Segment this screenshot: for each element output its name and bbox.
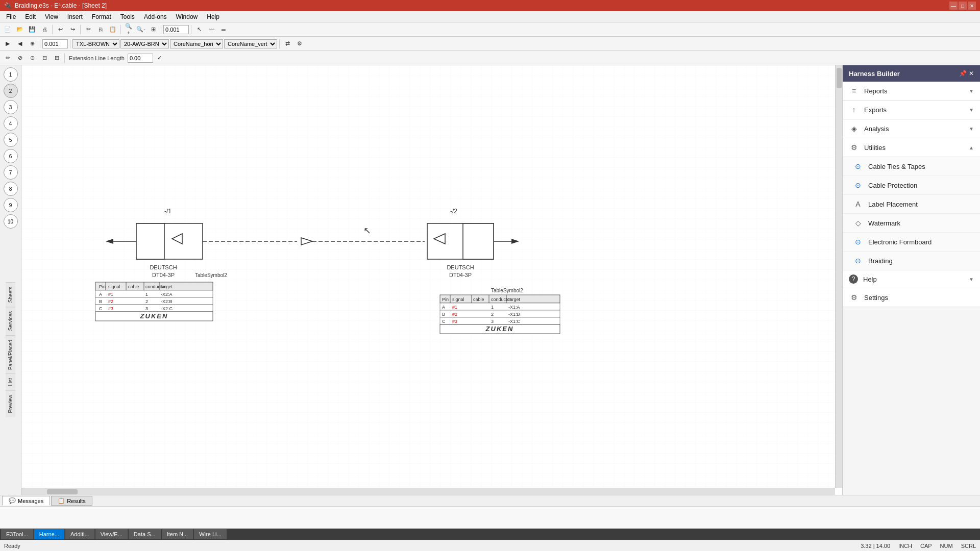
panel-electronic-formboard[interactable]: ⊙ Electronic Formboard (843, 233, 980, 252)
tb3-btn2[interactable]: ⊘ (14, 53, 26, 64)
app-tab-e3tool[interactable]: E3Tool... (1, 529, 34, 539)
tb2-btn2[interactable]: ◀ (14, 38, 26, 49)
conn1-b-signal: #2 (108, 299, 113, 304)
sheet-9[interactable]: 9 (4, 198, 18, 212)
panel-exports[interactable]: ↑ Exports ▼ (843, 101, 980, 119)
panel-analysis[interactable]: ◈ Analysis ▼ (843, 119, 980, 138)
hscroll-thumb[interactable] (47, 489, 78, 494)
vertical-scrollbar[interactable] (835, 65, 842, 488)
panel-cable-protection[interactable]: ⊙ Cable Protection (843, 176, 980, 195)
tb2-swap[interactable]: ⇄ (282, 38, 293, 49)
sidebar-tab-preview[interactable]: Preview (6, 390, 15, 417)
tb-paste[interactable]: 📋 (107, 24, 118, 35)
tb-open[interactable]: 📂 (14, 24, 26, 35)
tb-undo[interactable]: ↩ (55, 24, 66, 35)
tb2-prop[interactable]: ⚙ (294, 38, 305, 49)
tb3-btn5[interactable]: ⊞ (51, 53, 62, 64)
harness-close-button[interactable]: ✕ (969, 70, 974, 77)
tb-save[interactable]: 💾 (27, 24, 38, 35)
tb-zoom-fit[interactable]: ⊞ (148, 24, 159, 35)
maximize-button[interactable]: □ (959, 2, 967, 10)
tb-new[interactable]: 📄 (2, 24, 13, 35)
close-button[interactable]: ✕ (968, 2, 976, 10)
tb-select[interactable]: ↖ (193, 24, 205, 35)
conn2-name: DEUTSCH (447, 264, 474, 270)
tb2-btn1[interactable]: ▶ (2, 38, 13, 49)
sheet-2[interactable]: 2 (4, 84, 18, 98)
right-panel: Harness Builder 📌 ✕ ≡ Reports ▼ ↑ Export… (842, 65, 980, 495)
harness-pin-button[interactable]: 📌 (959, 70, 967, 77)
sheet-10[interactable]: 10 (4, 214, 18, 229)
app-tab-item-n[interactable]: Item N... (162, 529, 194, 539)
utilities-icon: ⚙ (849, 142, 859, 153)
app-tab-harness[interactable]: Harne... (34, 529, 65, 539)
sheet-5[interactable]: 5 (4, 133, 18, 147)
workspace: 1 2 3 4 5 6 7 8 9 10 Sheets Services Pan… (0, 65, 980, 495)
tb-copy[interactable]: ⎘ (95, 24, 106, 35)
conn2-c-target: -X1:C (508, 319, 521, 324)
tb-zoom-in[interactable]: 🔍+ (123, 24, 134, 35)
panel-settings[interactable]: ⚙ Settings (843, 288, 980, 307)
wire-type-select[interactable]: TXL-BROWN (72, 39, 119, 48)
sheet-1[interactable]: 1 (4, 67, 18, 82)
app-tab-wire-l[interactable]: Wire Li... (194, 529, 227, 539)
tb3-btn1[interactable]: ✏ (2, 53, 13, 64)
ext-line-input[interactable] (128, 54, 153, 63)
snap-input[interactable] (163, 25, 189, 34)
title-bar-controls[interactable]: — □ ✕ (949, 2, 976, 10)
sidebar-tab-sheets[interactable]: Sheets (6, 282, 15, 307)
panel-help[interactable]: ? Help ▼ (843, 270, 980, 288)
settings-icon: ⚙ (849, 292, 859, 303)
panel-label-placement[interactable]: A Label Placement (843, 195, 980, 214)
tab-results[interactable]: 📋 Results (51, 496, 92, 506)
panel-reports[interactable]: ≡ Reports ▼ (843, 82, 980, 101)
panel-cable-ties[interactable]: ⊙ Cable Ties & Tapes (843, 157, 980, 176)
wire-gauge-select[interactable]: 20-AWG-BRN (120, 39, 169, 48)
grid-input[interactable] (42, 39, 68, 48)
tb-bus[interactable]: ═ (218, 24, 229, 35)
menu-format[interactable]: Format (88, 12, 115, 21)
sidebar-tab-services[interactable]: Services (6, 307, 15, 335)
app-tab-additi[interactable]: Additi... (65, 529, 95, 539)
exports-chevron: ▼ (969, 107, 974, 113)
menu-view[interactable]: View (41, 12, 62, 21)
sidebar-tab-panel[interactable]: Panel/Placed (6, 335, 15, 374)
app-tab-viewe[interactable]: View/E... (95, 529, 128, 539)
menu-help[interactable]: Help (203, 12, 224, 21)
sheet-8[interactable]: 8 (4, 182, 18, 196)
harness-header-controls: 📌 ✕ (959, 70, 974, 77)
panel-braiding[interactable]: ⊙ Braiding (843, 252, 980, 270)
tb-print[interactable]: 🖨 (39, 24, 50, 35)
menu-window[interactable]: Window (172, 12, 202, 21)
menu-addons[interactable]: Add-ons (140, 12, 171, 21)
sheet-3[interactable]: 3 (4, 100, 18, 114)
sheet-4[interactable]: 4 (4, 116, 18, 131)
menu-insert[interactable]: Insert (63, 12, 87, 21)
sheet-6[interactable]: 6 (4, 149, 18, 163)
tb3-accept[interactable]: ✓ (154, 53, 165, 64)
label-placement-icon: A (853, 199, 863, 209)
core-name-vert-select[interactable]: CoreName_vert (224, 39, 277, 48)
horizontal-scrollbar[interactable] (21, 488, 835, 495)
menu-file[interactable]: File (2, 12, 20, 21)
tb-wire[interactable]: 〰 (206, 24, 217, 35)
vscroll-thumb[interactable] (837, 68, 842, 88)
panel-utilities[interactable]: ⚙ Utilities ▲ (843, 138, 980, 157)
tb3-btn4[interactable]: ⊟ (39, 53, 50, 64)
tb-zoom-out[interactable]: 🔍- (135, 24, 146, 35)
tb2-btn3[interactable]: ⊕ (27, 38, 38, 49)
sheet-7[interactable]: 7 (4, 165, 18, 180)
panel-watermark[interactable]: ◇ Watermark (843, 214, 980, 233)
tb-redo[interactable]: ↪ (67, 24, 78, 35)
sidebar-tab-list[interactable]: List (6, 373, 15, 390)
minimize-button[interactable]: — (949, 2, 958, 10)
separator-2 (80, 25, 81, 34)
tab-messages[interactable]: 💬 Messages (2, 496, 50, 506)
canvas-area[interactable]: -/1 DEUTSCH DT04-3P TableSymbol2 (21, 65, 842, 495)
tb-cut[interactable]: ✂ (83, 24, 94, 35)
menu-edit[interactable]: Edit (21, 12, 40, 21)
tb3-btn3[interactable]: ⊙ (27, 53, 38, 64)
menu-tools[interactable]: Tools (116, 12, 139, 21)
app-tab-data-s[interactable]: Data S... (129, 529, 161, 539)
core-name-hori-select[interactable]: CoreName_hori (170, 39, 223, 48)
